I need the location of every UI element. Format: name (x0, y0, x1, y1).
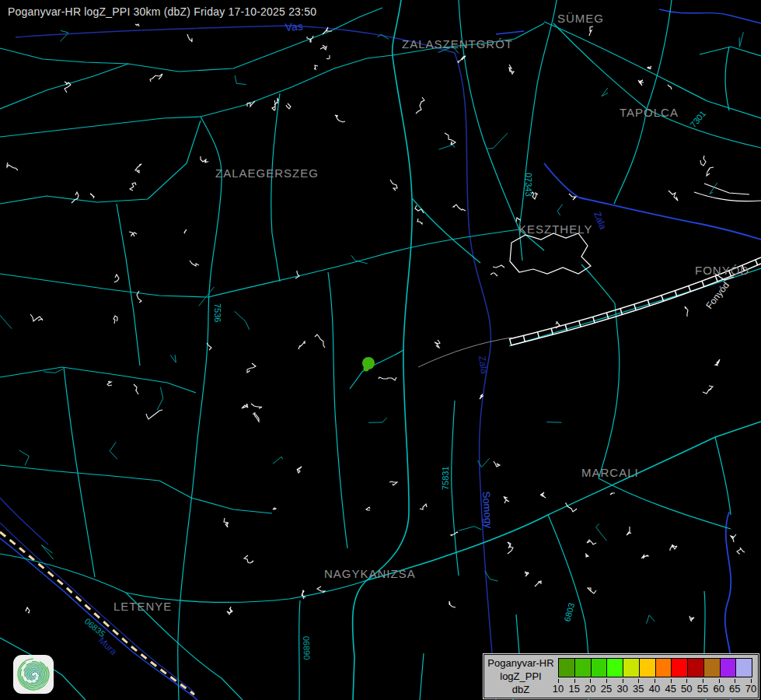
map-geometry (350, 350, 403, 389)
map-geometry (602, 88, 608, 96)
map-geometry (0, 55, 393, 137)
map-geometry (668, 85, 672, 89)
map-geometry (135, 164, 141, 173)
map-geometry (107, 381, 112, 386)
map-geometry (540, 492, 546, 498)
map-geometry (739, 32, 743, 47)
legend-unit: dbZ (484, 683, 557, 696)
map-geometry (41, 545, 54, 560)
map-geometry (587, 540, 596, 544)
map-geometry (610, 493, 615, 495)
radar-title: Poganyvar-HR logZ_PPI 30km (dbZ) Friday … (8, 5, 316, 18)
map-geometry (519, 0, 557, 261)
map-geometry (700, 47, 761, 56)
map-geometry (638, 80, 644, 86)
map-geometry (544, 22, 761, 118)
legend-swatch (623, 659, 640, 677)
map-geometry (715, 437, 731, 515)
map-geometry (170, 355, 176, 362)
map-geometry (184, 229, 187, 233)
map-geometry (235, 75, 246, 85)
map-geometry (0, 465, 191, 498)
map-geometry (390, 180, 397, 191)
legend-swatch (688, 659, 704, 677)
legend-swatch (640, 659, 656, 677)
map-geometry (367, 422, 761, 580)
map-geometry (659, 9, 761, 23)
city-label: SÜMEG (557, 12, 604, 25)
map-geometry (298, 341, 305, 349)
map-geometry (272, 100, 275, 110)
map-geometry (328, 272, 347, 548)
map-geometry (596, 523, 607, 541)
map-geometry (0, 311, 12, 329)
map-geometry (72, 192, 79, 203)
radar-echo (363, 366, 368, 371)
map-geometry (648, 66, 651, 69)
map-geometry (315, 334, 325, 348)
map-geometry (135, 24, 139, 26)
map-geometry (253, 413, 259, 422)
map-geometry (417, 219, 422, 224)
dbz-legend: Poganyvar-HR logZ_PPI dbZ 10152025303540… (483, 654, 759, 698)
map-geometry (191, 498, 272, 513)
map-geometry (314, 65, 318, 69)
map-geometry (493, 265, 504, 268)
map-geometry (599, 303, 620, 478)
city-label: ZALASZENTGRÓT (402, 37, 513, 51)
map-geometry (187, 34, 192, 42)
map-geometry (379, 377, 396, 380)
map-geometry (65, 82, 71, 93)
map-geometry (715, 359, 720, 366)
map-geometry (90, 194, 94, 198)
area-label: Vas (285, 19, 303, 33)
legend-tick-value: 65 (729, 683, 740, 695)
map-geometry (694, 192, 761, 201)
map-geometry (297, 467, 302, 473)
map-geometry (0, 367, 196, 393)
spiral-arc (32, 673, 36, 677)
map-geometry (707, 167, 714, 176)
legend-tick-value: 30 (616, 683, 627, 695)
map-geometry (700, 156, 706, 166)
map-geometry (368, 418, 386, 422)
city-label: TAPOLCA (620, 106, 679, 119)
city-label: MARCALI (581, 466, 639, 479)
legend-swatch (721, 659, 737, 677)
map-geometry (302, 590, 305, 599)
map-geometry (504, 496, 509, 503)
spiral-arc (18, 659, 49, 690)
city-label: LETENYE (113, 600, 172, 613)
map-geometry (581, 264, 615, 303)
legend-tick-value: 35 (633, 683, 644, 695)
legend-product: logZ_PPI (484, 670, 557, 683)
map-geometry (0, 274, 208, 297)
map-geometry (114, 275, 119, 282)
map-geometry (317, 586, 325, 593)
map-geometry (627, 527, 631, 535)
map-geometry (366, 507, 370, 510)
map-geometry (320, 45, 326, 50)
map-geometry (494, 461, 500, 467)
map-geometry (449, 601, 456, 607)
road-number-label: 07343 (524, 173, 533, 197)
spiral-arc (22, 663, 44, 686)
map-geometry (553, 23, 761, 148)
map-geometry (247, 363, 256, 373)
legend-swatch (607, 659, 623, 677)
map-geometry (544, 163, 579, 198)
map-geometry (435, 340, 440, 348)
legend-swatch (656, 659, 672, 677)
road-number-label: 7301 (688, 109, 707, 129)
map-geometry (647, 615, 655, 624)
map-geometry (588, 588, 596, 593)
met-spiral-logo[interactable] (13, 655, 54, 694)
legend-caption: Poganyvar-HR logZ_PPI dbZ (484, 655, 557, 698)
map-geometry (7, 163, 18, 170)
legend-swatch (592, 659, 608, 677)
map-geometry (535, 581, 541, 586)
map-geometry (30, 314, 43, 321)
map-geometry (557, 205, 562, 215)
map-geometry (647, 0, 672, 109)
map-geometry (190, 261, 199, 266)
